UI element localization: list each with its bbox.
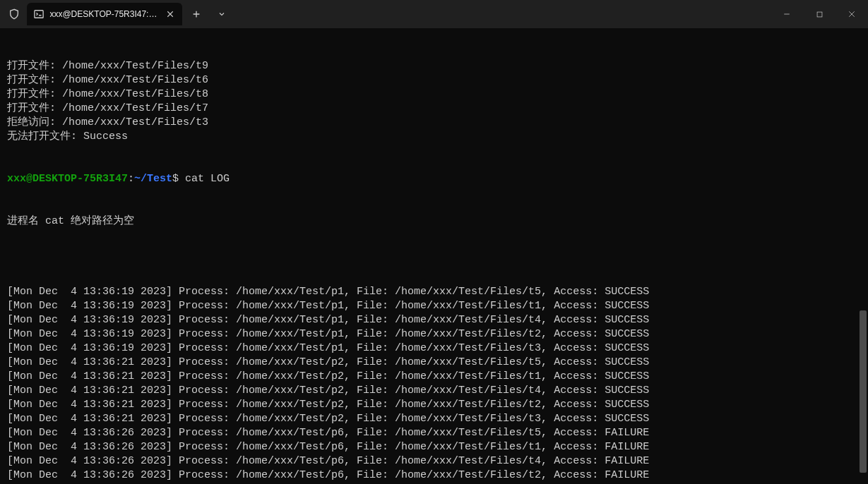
shield-icon <box>7 7 21 21</box>
log-line: [Mon Dec 4 13:36:21 2023] Process: /home… <box>7 356 861 370</box>
output-line: 打开文件: /home/xxx/Test/Files/t7 <box>7 102 861 116</box>
svg-rect-0 <box>35 11 43 18</box>
log-line: [Mon Dec 4 13:36:26 2023] Process: /home… <box>7 454 861 468</box>
tab-title: xxx@DESKTOP-75R3I47: ~/Tes <box>49 9 159 19</box>
maximize-button[interactable] <box>803 0 836 28</box>
prompt-user: xxx@DESKTOP-75R3I47 <box>7 173 128 185</box>
prompt-line-1: xxx@DESKTOP-75R3I47:~/Test$ cat LOG <box>7 172 861 186</box>
log-line: [Mon Dec 4 13:36:19 2023] Process: /home… <box>7 327 861 341</box>
output-line: 进程名 cat 绝对路径为空 <box>7 214 861 229</box>
output-line: 打开文件: /home/xxx/Test/Files/t8 <box>7 87 861 102</box>
tab-dropdown-button[interactable] <box>210 3 233 25</box>
output-line: 无法打开文件: Success <box>7 130 861 144</box>
prompt-path: ~/Test <box>134 173 172 185</box>
close-button[interactable] <box>836 0 868 28</box>
log-line: [Mon Dec 4 13:36:19 2023] Process: /home… <box>7 299 861 313</box>
minimize-button[interactable] <box>771 0 803 28</box>
svg-rect-1 <box>817 12 822 17</box>
log-line: [Mon Dec 4 13:36:26 2023] Process: /home… <box>7 426 861 440</box>
log-line: [Mon Dec 4 13:36:26 2023] Process: /home… <box>7 468 861 483</box>
log-line: [Mon Dec 4 13:36:19 2023] Process: /home… <box>7 313 861 327</box>
log-line: [Mon Dec 4 13:36:19 2023] Process: /home… <box>7 341 861 356</box>
log-line: [Mon Dec 4 13:36:21 2023] Process: /home… <box>7 412 861 426</box>
output-line: 拒绝访问: /home/xxx/Test/Files/t3 <box>7 116 861 130</box>
output-line: 打开文件: /home/xxx/Test/Files/t6 <box>7 73 861 87</box>
command-text: cat LOG <box>185 173 230 185</box>
scrollbar-thumb[interactable] <box>860 310 867 473</box>
new-tab-button[interactable] <box>185 3 208 25</box>
output-line: 打开文件: /home/xxx/Test/Files/t9 <box>7 59 861 73</box>
log-line: [Mon Dec 4 13:36:21 2023] Process: /home… <box>7 370 861 384</box>
terminal-icon <box>34 8 44 20</box>
log-line: [Mon Dec 4 13:36:19 2023] Process: /home… <box>7 285 861 299</box>
tab-close-button[interactable] <box>165 8 175 20</box>
titlebar: xxx@DESKTOP-75R3I47: ~/Tes <box>0 0 868 28</box>
terminal-output[interactable]: 打开文件: /home/xxx/Test/Files/t9打开文件: /home… <box>0 28 868 484</box>
terminal-tab[interactable]: xxx@DESKTOP-75R3I47: ~/Tes <box>27 3 182 25</box>
log-line: [Mon Dec 4 13:36:21 2023] Process: /home… <box>7 384 861 398</box>
log-line: [Mon Dec 4 13:36:26 2023] Process: /home… <box>7 440 861 454</box>
log-line: [Mon Dec 4 13:36:21 2023] Process: /home… <box>7 398 861 412</box>
window-controls <box>771 0 868 28</box>
